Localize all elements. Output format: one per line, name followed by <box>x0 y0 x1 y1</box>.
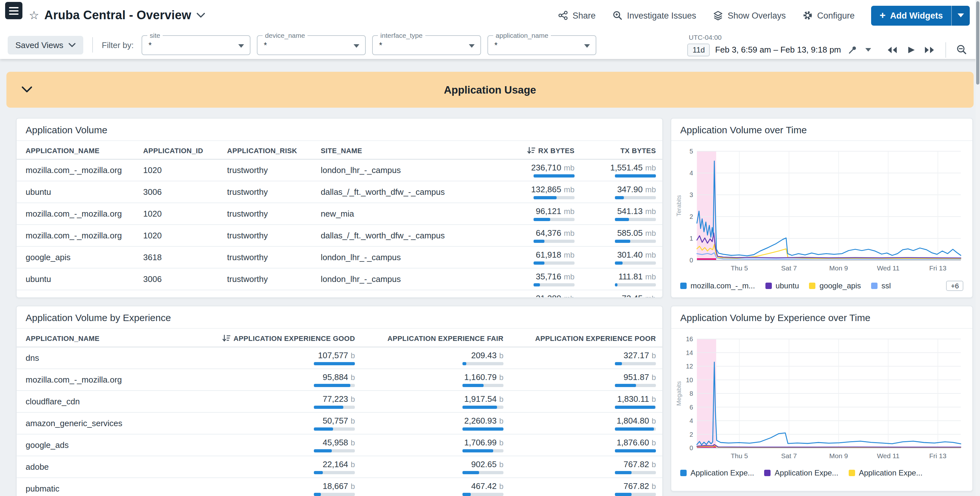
legend-item[interactable]: ssl <box>871 281 891 290</box>
metric-cell: 347.90mb <box>578 181 662 203</box>
metric-cell: 45,958b <box>210 434 359 456</box>
legend-item[interactable]: mozilla.com_-_m... <box>680 281 755 290</box>
cell-application-name: mozilla.com_-_mozilla.org <box>17 225 139 246</box>
menu-icon[interactable] <box>5 2 22 19</box>
table-row[interactable]: mozilla.com_-_mozilla.org1020trustworthy… <box>17 203 662 225</box>
legend-item[interactable]: ubuntu <box>765 281 799 290</box>
legend-label: Application Expe... <box>690 469 754 477</box>
add-widgets-caret[interactable] <box>951 5 970 25</box>
metric-cell: 96,121mb <box>501 203 578 225</box>
dashboard-content: Application Usage Application Volume APP… <box>0 59 980 496</box>
metric-cell: 111.81mb <box>578 268 662 290</box>
table-row[interactable]: pubmatic18,667b467.42b767.82b <box>17 478 662 496</box>
col-application-name[interactable]: APPLICATION_NAME <box>17 329 210 347</box>
svg-text:10: 10 <box>686 376 693 384</box>
table-row[interactable]: amazon_generic_services50,757b2,260.93b1… <box>17 412 662 434</box>
svg-text:2: 2 <box>689 213 693 220</box>
cell-site-name: london_lhr_-_campus <box>317 159 501 181</box>
metric-cell: 301.40mb <box>578 246 662 268</box>
favorite-star-icon[interactable]: ☆ <box>29 10 39 21</box>
play-button[interactable] <box>906 44 916 56</box>
cell-site-name: london_lhr_-_campus <box>317 268 501 290</box>
metric-cell: 1,830.11b <box>507 391 662 412</box>
configure-button[interactable]: Configure <box>802 10 854 21</box>
table-row[interactable]: mozilla.com_-_mozilla.org1020trustworthy… <box>17 159 662 181</box>
legend-item[interactable]: Application Expe... <box>764 469 838 477</box>
skip-forward-button[interactable] <box>922 44 937 56</box>
filter-application-name[interactable]: application_name * <box>487 35 596 55</box>
table-row[interactable]: cloudflare_cdn77,223b1,917.54b1,830.11b <box>17 391 662 412</box>
cell-site-name: dallas_/_ft._worth_dfw_-_campus <box>317 225 501 246</box>
investigate-issues-button[interactable]: Investigate Issues <box>612 10 696 21</box>
zoom-out-button[interactable] <box>955 43 969 56</box>
col-site-name[interactable]: SITE_NAME <box>317 141 501 159</box>
col-tx-bytes[interactable]: TX BYTES <box>578 141 662 159</box>
col-application-risk[interactable]: APPLICATION_RISK <box>223 141 317 159</box>
metric-cell: 22,164b <box>210 456 359 478</box>
section-title: Application Usage <box>444 84 536 96</box>
legend-item[interactable]: google_apis <box>809 281 861 290</box>
share-button[interactable]: Share <box>558 10 596 21</box>
application-experience-over-time-chart[interactable]: 0246810121416Thu 5Sat 7Mon 9Wed 11Fri 13… <box>675 333 967 461</box>
cell-application-name: adobe <box>17 456 210 478</box>
cell-application-risk: trustworthy <box>223 268 317 290</box>
col-rx-bytes[interactable]: RX BYTES <box>501 141 578 159</box>
time-nav-group <box>885 44 937 56</box>
chevron-down-icon <box>22 86 32 93</box>
show-overlays-button[interactable]: Show Overlays <box>713 10 786 21</box>
add-widgets-button[interactable]: + Add Widgets <box>872 5 951 25</box>
cell-application-name: mozilla.com_-_mozilla.org <box>17 159 139 181</box>
legend-swatch <box>765 282 772 289</box>
col-application-id[interactable]: APPLICATION_ID <box>139 141 223 159</box>
collapse-section-button[interactable] <box>22 86 32 93</box>
filter-device-name[interactable]: device_name * <box>257 35 366 55</box>
application-experience-over-time-panel: Application Volume by Experience over Ti… <box>671 306 973 491</box>
col-experience-poor[interactable]: APPLICATION EXPERIENCE POOR <box>507 329 662 347</box>
filter-interface-type-label: interface_type <box>378 31 425 40</box>
vertical-scrollbar[interactable] <box>975 0 980 496</box>
legend-item[interactable]: Application Expe... <box>849 469 923 477</box>
table-row[interactable]: google_ads45,958b1,706.99b1,876.60b <box>17 434 662 456</box>
cell-application-risk: trustworthy <box>223 181 317 203</box>
svg-text:0: 0 <box>689 444 693 451</box>
metric-cell: 77,223b <box>210 391 359 412</box>
dashboard-switcher-caret[interactable] <box>196 13 205 18</box>
table-row[interactable]: adobe22,164b902.65b767.82b <box>17 456 662 478</box>
application-volume-over-time-chart[interactable]: 012345Thu 5Sat 7Mon 9Wed 11Fri 13Terabit… <box>675 145 967 273</box>
pin-button[interactable] <box>846 43 859 56</box>
caret-down-icon <box>584 44 590 48</box>
show-overlays-label: Show Overlays <box>728 11 786 20</box>
legend-item[interactable]: Application Expe... <box>680 469 754 477</box>
scrollbar-thumb[interactable] <box>976 1 979 85</box>
duration-badge[interactable]: 11d <box>687 43 710 56</box>
col-application-name[interactable]: APPLICATION_NAME <box>17 141 139 159</box>
table-row[interactable]: dns107,577b209.43b327.17b <box>17 347 662 369</box>
table-row[interactable]: mozilla.com_-_mozilla.org95,884b1,160.79… <box>17 369 662 391</box>
filter-site[interactable]: site * <box>142 35 250 55</box>
metric-cell: 767.82b <box>507 478 662 496</box>
add-widgets-label: Add Widgets <box>890 11 943 20</box>
table-row[interactable]: ubuntu3006trustworthydallas_/_ft._worth_… <box>17 181 662 203</box>
svg-text:Megabits: Megabits <box>675 381 682 406</box>
cell-application-id: 1020 <box>139 203 223 225</box>
legend-overflow-badge[interactable]: +6 <box>947 281 963 291</box>
filter-site-value: * <box>149 35 152 54</box>
col-experience-fair[interactable]: APPLICATION EXPERIENCE FAIR <box>359 329 507 347</box>
col-experience-good[interactable]: APPLICATION EXPERIENCE GOOD <box>210 329 359 347</box>
sort-descending-icon <box>527 146 536 155</box>
metric-cell: 64,376mb <box>501 225 578 246</box>
skip-back-button[interactable] <box>885 44 899 56</box>
table-row[interactable]: ubuntu3006trustworthynew_mia31,389mb73.4… <box>17 290 662 298</box>
table-row[interactable]: mozilla.com_-_mozilla.org1020trustworthy… <box>17 225 662 246</box>
cell-site-name: dallas_/_ft._worth_dfw_-_campus <box>317 181 501 203</box>
filter-by-label: Filter by: <box>102 40 134 49</box>
saved-views-button[interactable]: Saved Views <box>8 35 83 54</box>
time-range-caret[interactable] <box>864 46 872 53</box>
filter-interface-type[interactable]: interface_type * <box>372 35 481 55</box>
metric-cell: 31,389mb <box>501 290 578 298</box>
table-row[interactable]: ubuntu3006trustworthylondon_lhr_-_campus… <box>17 268 662 290</box>
table-row[interactable]: google_apis3618trustworthylondon_lhr_-_c… <box>17 246 662 268</box>
metric-cell: 50,757b <box>210 412 359 434</box>
svg-text:Fri 13: Fri 13 <box>929 452 947 459</box>
divider <box>945 42 946 57</box>
